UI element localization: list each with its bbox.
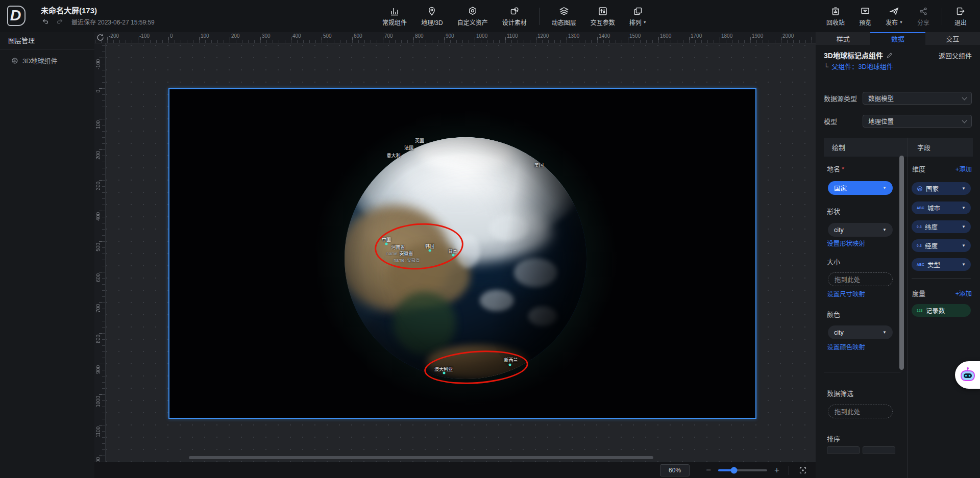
draw-column-scrollbar[interactable] [899,156,904,370]
size-mapping-link[interactable]: 设置尺寸映射 [827,289,865,298]
color-label: 颜色 [827,309,840,319]
marker-dot[interactable] [443,372,446,374]
add-dimension-link[interactable]: +添加 [955,164,972,173]
shape-select[interactable]: city▼ [828,223,893,237]
ruler-number: -100 [139,33,150,39]
section-fields[interactable]: 字段 [917,142,930,152]
tab-data[interactable]: 数据 [870,32,925,45]
redo-icon[interactable] [55,17,64,26]
dimension-pill-city[interactable]: ABC 城市 ▼ [912,202,971,214]
color-mapping-link[interactable]: 设置颜色映射 [827,342,865,351]
chevron-down-icon: ▼ [962,186,966,191]
panel-tabs: 样式 数据 交互 [816,32,980,45]
add-measure-link[interactable]: +添加 [955,288,972,298]
design-assets-icon [509,6,520,16]
save-row: 最近保存 2023-06-27 15:59:59 [41,17,155,26]
undo-icon[interactable] [41,17,50,26]
ruler-number: 300 [95,182,101,190]
required-mark: * [842,165,844,173]
measure-pill-record-count[interactable]: 123 记录数 [912,304,971,317]
canvas-horizontal-scrollbar[interactable] [189,456,653,459]
ruler-number: 1000 [95,396,101,407]
logo-glyph: D [7,6,26,26]
ruler-number: 1000 [476,33,487,39]
tool-label: 自定义资产 [457,18,488,27]
dimension-pill-type[interactable]: ABC 类型 ▼ [912,258,971,271]
dimension-pill-longitude[interactable]: 0.3 经度 ▼ [912,239,971,252]
ai-assistant-button[interactable] [955,361,980,389]
fit-to-screen-icon[interactable] [798,466,807,475]
tool-label: 发布▼ [886,18,903,27]
app-logo[interactable]: D [5,5,28,27]
sort-order-select[interactable] [863,446,895,454]
tool-recycle-bin[interactable]: 回收站 [819,3,852,30]
select-value: city [834,227,844,234]
tab-style[interactable]: 样式 [816,32,870,45]
map-pin-icon [427,6,437,16]
select-value: 地理位置 [868,116,894,126]
geo-tooltip: name: 安徽省 [394,257,420,263]
section-draw[interactable]: 绘制 [832,142,845,152]
dimension-pill-latitude[interactable]: 0.3 纬度 ▼ [912,220,971,233]
tool-preview[interactable]: 预览 [852,3,878,30]
zoom-in-button[interactable]: + [774,466,779,474]
datasource-type-label: 数据源类型 [824,93,863,103]
ruler-number: 1900 [752,33,763,39]
size-label: 大小 [827,257,840,266]
datasource-type-select[interactable]: 数据模型 [863,92,972,105]
back-to-parent-link[interactable]: 返回父组件 [939,51,972,60]
toolbar-divider [942,8,942,25]
zoom-slider-thumb[interactable] [730,467,737,473]
app-root: D 未命名大屏(173) 最近保存 2023-06-27 15:59:59 常规… [0,0,980,478]
chevron-down-icon [962,118,967,123]
tool-publish[interactable]: 发布▼ [878,3,910,30]
tool-dynamic-layers[interactable]: 动态图层 [545,3,583,30]
trash-icon [830,6,841,16]
tool-custom-assets[interactable]: 自定义资产 [450,3,495,30]
toolbar-right: 回收站 预览 发布▼ 分享 退出 [819,0,974,32]
editor-canvas-area: -200-10001002003004005006007008009001000… [94,32,816,462]
ruler-number: 200 [95,151,101,160]
toolbar-divider [539,8,540,25]
screen-title[interactable]: 未命名大屏(173) [41,5,97,15]
parent-component-link[interactable]: 父组件：3D地球组件 [831,63,893,70]
model-select[interactable]: 地理位置 [863,115,972,128]
globe-icon [11,57,18,64]
tab-interaction[interactable]: 交互 [925,32,980,45]
model-row: 模型 地理位置 [824,115,972,128]
chevron-down-icon: ▼ [962,243,966,248]
sort-label: 排序 [827,434,840,443]
tool-geo-3d[interactable]: 地理/3D [414,3,450,30]
tool-arrange[interactable]: 排列▼ [622,3,654,30]
geo-name-select[interactable]: 国家▼ [828,181,893,195]
marker-dot[interactable] [452,254,455,257]
tool-standard-components[interactable]: 常规组件 [375,3,414,30]
marker-dot[interactable] [385,243,388,245]
tool-exit[interactable]: 退出 [947,3,974,30]
ruler-number: 600 [354,33,362,39]
edit-pencil-icon[interactable] [886,52,893,59]
sort-field-select[interactable] [827,446,860,454]
data-filter-dropzone[interactable]: 拖到此处 [828,405,893,418]
zoom-slider[interactable] [718,469,767,471]
last-saved-text: 最近保存 2023-06-27 15:59:59 [71,17,155,26]
tool-design-assets[interactable]: 设计素材 [495,3,534,30]
draw-column-divider [824,372,900,372]
size-dropzone[interactable]: 拖到此处 [828,272,893,286]
parent-component-row: └父组件：3D地球组件 [824,61,893,71]
ruler-number: 2000 [782,33,794,39]
refresh-icon[interactable] [96,33,105,42]
tool-label: 地理/3D [421,18,443,27]
zoom-level-input[interactable]: 60% [660,464,690,476]
design-artboard[interactable]: name: 河南省name: 安徽省英国法国意大利美国中国河南省安徽省韩国日本新… [168,88,756,419]
zoom-out-button[interactable]: − [706,466,711,474]
dimension-pill-country[interactable]: 国家 ▼ [912,182,971,195]
measure-title: 度量 [912,288,925,298]
color-select[interactable]: city▼ [828,325,893,339]
marker-dot[interactable] [509,364,511,366]
geo-label: 新西兰 [504,357,518,363]
layer-item-3d-earth[interactable]: 3D地球组件 [0,49,94,71]
marker-dot[interactable] [429,249,431,252]
shape-mapping-link[interactable]: 设置形状映射 [827,238,865,248]
tool-interaction-params[interactable]: 交互参数 [583,3,622,30]
